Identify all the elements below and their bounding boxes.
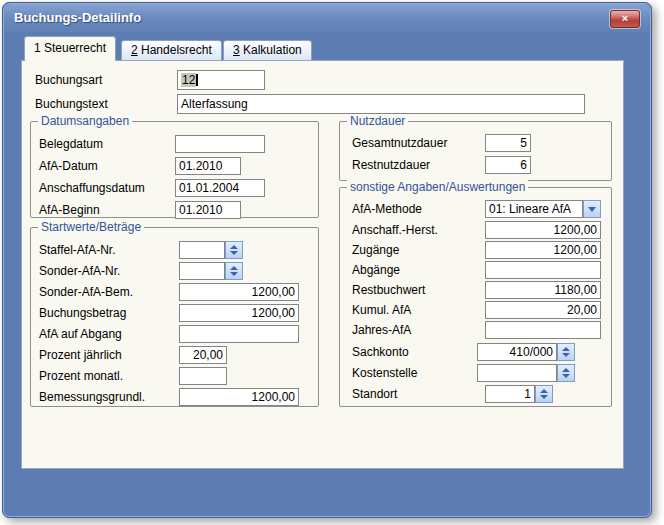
prozent-jaehrlich-label: Prozent jährlich bbox=[39, 346, 122, 364]
restbuchwert-label: Restbuchwert bbox=[352, 281, 425, 299]
prozent-monatl-input[interactable] bbox=[179, 367, 227, 385]
spin-down-icon bbox=[562, 353, 570, 357]
group-nutzdauer: Nutzdauer Gesamtnutzdauer 5 Restnutzdaue… bbox=[339, 121, 612, 181]
selected-text: 12 bbox=[181, 73, 196, 87]
gesamtnutzdauer-label: Gesamtnutzdauer bbox=[352, 134, 447, 152]
jahres-afa-label: Jahres-AfA bbox=[352, 321, 411, 339]
kostenstelle-input[interactable] bbox=[477, 364, 557, 382]
prozent-monatl-label: Prozent monatl. bbox=[39, 367, 123, 385]
spin-up-icon bbox=[230, 245, 238, 249]
prozent-jaehrlich-input[interactable]: 20,00 bbox=[179, 346, 227, 364]
belegdatum-label: Belegdatum bbox=[39, 135, 103, 153]
buchungsbetrag-label: Buchungsbetrag bbox=[39, 304, 126, 322]
bemessungsgrundl-input[interactable]: 1200,00 bbox=[179, 388, 299, 406]
spin-down-icon bbox=[230, 272, 238, 276]
kumul-afa-label: Kumul. AfA bbox=[352, 301, 411, 319]
afa-methode-dropdown-button[interactable] bbox=[583, 200, 601, 218]
kostenstelle-spinner[interactable] bbox=[557, 364, 575, 382]
staffel-afa-nr-label: Staffel-AfA-Nr. bbox=[39, 241, 115, 259]
anschaffungsdatum-input[interactable]: 01.01.2004 bbox=[175, 179, 265, 197]
group-sonstige: sonstige Angaben/Auswertungen AfA-Method… bbox=[339, 187, 612, 407]
buchungstext-label: Buchungstext bbox=[35, 95, 108, 113]
afa-methode-combobox[interactable]: 01: Lineare AfA bbox=[485, 200, 583, 218]
buchungsart-label: Buchungsart bbox=[35, 71, 102, 89]
belegdatum-input[interactable] bbox=[175, 135, 265, 153]
anschaff-herst-label: Anschaff.-Herst. bbox=[352, 221, 438, 239]
sachkonto-label: Sachkonto bbox=[352, 343, 409, 361]
sonder-afa-nr-spinner[interactable] bbox=[225, 262, 243, 280]
tab-label: Handelsrecht bbox=[138, 43, 212, 57]
kumul-afa-input[interactable]: 20,00 bbox=[485, 301, 601, 319]
anschaffungsdatum-label: Anschaffungsdatum bbox=[39, 179, 145, 197]
spin-down-icon bbox=[562, 374, 570, 378]
staffel-afa-nr-spinner[interactable] bbox=[225, 241, 243, 259]
sonder-afa-bem-label: Sonder-AfA-Bem. bbox=[39, 283, 133, 301]
sachkonto-spinner[interactable] bbox=[557, 343, 575, 361]
group-datumsangaben-title: Datumsangaben bbox=[38, 114, 132, 128]
abgaenge-label: Abgänge bbox=[352, 261, 400, 279]
restnutzdauer-label: Restnutzdauer bbox=[352, 156, 430, 174]
standort-spinner[interactable] bbox=[535, 385, 553, 403]
chevron-down-icon bbox=[588, 207, 596, 212]
sonder-afa-bem-input[interactable]: 1200,00 bbox=[179, 283, 299, 301]
group-datumsangaben: Datumsangaben Belegdatum AfA-Datum 01.20… bbox=[30, 121, 319, 218]
tab-steuerrecht[interactable]: 1 Steuerrecht bbox=[24, 36, 116, 61]
buchungsart-input[interactable]: 12 bbox=[177, 70, 265, 90]
spin-down-icon bbox=[540, 395, 548, 399]
tab-label: Kalkulation bbox=[240, 43, 302, 57]
gesamtnutzdauer-input[interactable]: 5 bbox=[485, 134, 531, 152]
abgaenge-input[interactable] bbox=[485, 261, 601, 279]
zugaenge-label: Zugänge bbox=[352, 241, 399, 259]
tab-label: 1 Steuerrecht bbox=[34, 41, 106, 55]
kostenstelle-label: Kostenstelle bbox=[352, 364, 417, 382]
afa-datum-label: AfA-Datum bbox=[39, 157, 98, 175]
sonder-afa-nr-label: Sonder-AfA-Nr. bbox=[39, 262, 120, 280]
spin-up-icon bbox=[562, 368, 570, 372]
restbuchwert-input[interactable]: 1180,00 bbox=[485, 281, 601, 299]
spin-up-icon bbox=[540, 389, 548, 393]
zugaenge-input[interactable]: 1200,00 bbox=[485, 241, 601, 259]
buchungsbetrag-input[interactable]: 1200,00 bbox=[179, 304, 299, 322]
anschaff-herst-input[interactable]: 1200,00 bbox=[485, 221, 601, 239]
spin-down-icon bbox=[230, 251, 238, 255]
sachkonto-input[interactable]: 410/000 bbox=[477, 343, 557, 361]
afa-auf-abgang-label: AfA auf Abgang bbox=[39, 325, 122, 343]
group-sonstige-title: sonstige Angaben/Auswertungen bbox=[347, 180, 528, 194]
afa-auf-abgang-input[interactable] bbox=[179, 325, 299, 343]
afa-methode-label: AfA-Methode bbox=[352, 200, 422, 218]
tab-handelsrecht[interactable]: 2 Handelsrecht bbox=[121, 40, 222, 60]
bemessungsgrundl-label: Bemessungsgrundl. bbox=[39, 388, 145, 406]
spin-up-icon bbox=[562, 347, 570, 351]
tab-kalkulation[interactable]: 3 Kalkulation bbox=[223, 40, 312, 60]
buchungstext-input[interactable]: Alterfassung bbox=[177, 94, 585, 114]
text-caret bbox=[196, 74, 198, 86]
staffel-afa-nr-input[interactable] bbox=[179, 241, 225, 259]
sonder-afa-nr-input[interactable] bbox=[179, 262, 225, 280]
title-bar[interactable]: Buchungs-Detailinfo × bbox=[4, 4, 650, 32]
tab-page-steuerrecht: Buchungsart 12 Buchungstext Alterfassung… bbox=[21, 60, 624, 469]
dialog-window: Buchungs-Detailinfo × 1 Steuerrecht 2 Ha… bbox=[2, 2, 652, 518]
afa-datum-input[interactable]: 01.2010 bbox=[175, 157, 241, 175]
afa-beginn-input[interactable]: 01.2010 bbox=[175, 201, 241, 219]
group-nutzdauer-title: Nutzdauer bbox=[347, 114, 408, 128]
standort-input[interactable]: 1 bbox=[485, 385, 535, 403]
spin-up-icon bbox=[230, 266, 238, 270]
close-icon: × bbox=[622, 12, 628, 24]
group-startwerte-title: Startwerte/Beträge bbox=[38, 220, 144, 234]
jahres-afa-input[interactable] bbox=[485, 321, 601, 339]
restnutzdauer-input[interactable]: 6 bbox=[485, 156, 531, 174]
window-title: Buchungs-Detailinfo bbox=[14, 10, 141, 25]
group-startwerte: Startwerte/Beträge Staffel-AfA-Nr. Sonde… bbox=[30, 227, 319, 407]
standort-label: Standort bbox=[352, 385, 397, 403]
close-button[interactable]: × bbox=[610, 10, 640, 28]
afa-beginn-label: AfA-Beginn bbox=[39, 201, 100, 219]
